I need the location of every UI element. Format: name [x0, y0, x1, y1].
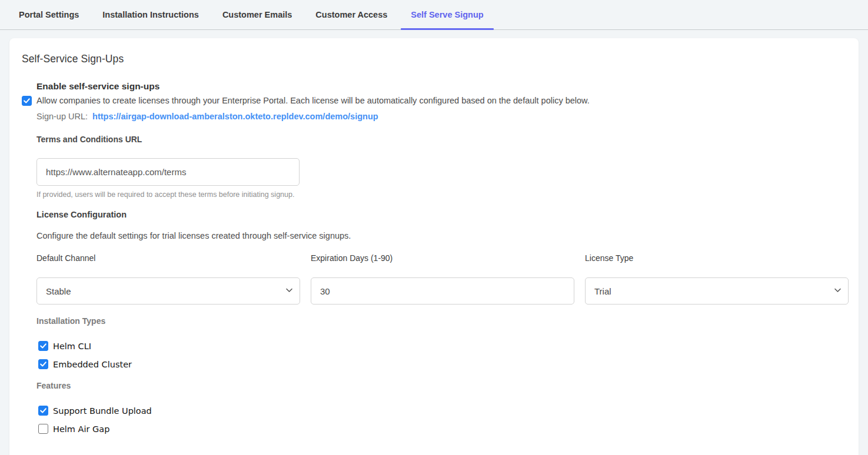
installation-type-embedded-cluster[interactable]: Embedded Cluster [36, 359, 132, 369]
expiration-days-label: Expiration Days (1-90) [311, 253, 574, 263]
self-serve-signup-panel: Self-Service Sign-Ups Enable self-servic… [9, 38, 859, 455]
tab-customer-emails[interactable]: Customer Emails [211, 0, 304, 29]
feature-helm-air-gap[interactable]: Helm Air Gap [36, 424, 109, 434]
signup-url-line: Sign-up URL: https://airgap-download-amb… [36, 112, 849, 121]
tab-label: Installation Instructions [102, 10, 199, 19]
tab-label: Self Serve Signup [411, 10, 483, 19]
helm-cli-checkbox[interactable] [38, 341, 48, 351]
feature-support-bundle-upload[interactable]: Support Bundle Upload [36, 406, 152, 416]
checkmark-icon [24, 98, 30, 103]
default-channel-field: Default Channel Stable [36, 253, 300, 305]
terms-helper-text: If provided, users will be required to a… [36, 190, 849, 199]
page-title: Self-Service Sign-Ups [22, 53, 849, 65]
support-bundle-upload-checkbox[interactable] [38, 406, 48, 416]
tab-label: Portal Settings [19, 10, 79, 19]
expiration-days-input[interactable] [311, 277, 574, 305]
tab-customer-access[interactable]: Customer Access [304, 0, 399, 29]
license-type-label: License Type [585, 253, 849, 263]
enable-signups-description: Allow companies to create licenses throu… [36, 95, 590, 107]
features-heading: Features [36, 381, 849, 390]
checkbox-label: Helm Air Gap [53, 424, 109, 434]
license-type-field: License Type Trial [585, 253, 849, 305]
embedded-cluster-checkbox[interactable] [38, 359, 48, 369]
enable-signups-checkbox[interactable] [22, 96, 32, 106]
license-type-select[interactable]: Trial [585, 277, 849, 305]
signup-url-label: Sign-up URL: [36, 112, 88, 121]
tab-label: Customer Access [315, 10, 387, 19]
enable-signups-row: Allow companies to create licenses throu… [36, 95, 849, 107]
active-tab-underline [401, 28, 493, 30]
checkbox-label: Helm CLI [53, 342, 91, 351]
signup-url-link[interactable]: https://airgap-download-amberalston.okte… [92, 112, 378, 121]
enable-signups-heading: Enable self-service sign-ups [36, 81, 849, 92]
checkmark-icon [40, 362, 46, 367]
license-config-grid: Default Channel Stable Expiration Days (… [36, 253, 849, 305]
default-channel-label: Default Channel [36, 253, 300, 263]
checkbox-label: Embedded Cluster [53, 360, 132, 369]
tab-portal-settings[interactable]: Portal Settings [7, 0, 91, 29]
terms-url-input[interactable] [36, 158, 300, 186]
checkbox-label: Support Bundle Upload [53, 406, 152, 416]
default-channel-select[interactable]: Stable [36, 277, 300, 305]
license-configuration-description: Configure the default settings for trial… [36, 231, 849, 240]
installation-types-heading: Installation Types [36, 316, 849, 326]
tab-self-serve-signup[interactable]: Self Serve Signup [399, 0, 495, 29]
settings-tab-bar: Portal Settings Installation Instruction… [0, 0, 868, 30]
expiration-days-field: Expiration Days (1-90) [311, 253, 574, 305]
tab-label: Customer Emails [222, 10, 292, 19]
checkmark-icon [40, 408, 46, 413]
terms-url-label: Terms and Conditions URL [36, 135, 849, 144]
installation-type-helm-cli[interactable]: Helm CLI [36, 341, 91, 351]
checkmark-icon [40, 343, 46, 349]
helm-air-gap-checkbox[interactable] [38, 424, 48, 434]
tab-installation-instructions[interactable]: Installation Instructions [91, 0, 211, 29]
license-configuration-heading: License Configuration [36, 210, 849, 219]
